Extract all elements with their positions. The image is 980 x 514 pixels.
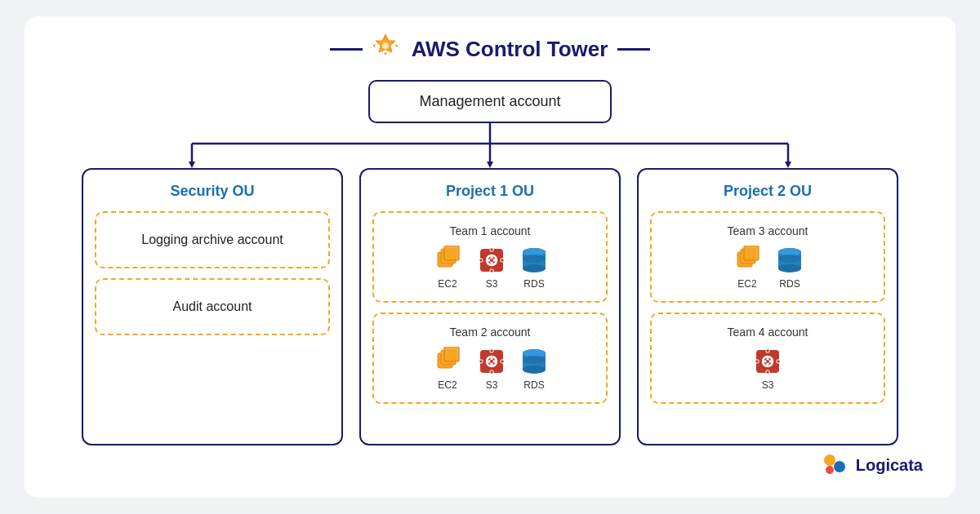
team3-account-box: Team 3 account EC2 [650,211,885,303]
main-container: AWS Control Tower Management account [24,16,956,498]
management-row: Management account [49,80,931,123]
svg-rect-51 [744,246,759,260]
svg-rect-24 [490,269,493,273]
aws-ct-icon [369,33,402,65]
title-right-lines [617,48,650,51]
svg-point-54 [778,264,801,273]
svg-point-22 [490,259,493,262]
logging-archive-account-box: Logging archive account [95,211,330,268]
team1-services-row: EC2 [382,246,598,290]
rds-label: RDS [523,278,544,290]
team3-rds-service: RDS [777,246,803,290]
team3-ec2-service: EC2 [733,246,762,290]
security-ou-title: Security OU [95,183,330,200]
management-account-box: Management account [368,80,611,123]
svg-point-61 [766,360,769,363]
project1-ou-box: Project 1 OU Team 1 account EC2 [359,168,621,445]
team2-s3-service: S3 [477,347,506,391]
team1-s3-service: S3 [477,246,506,290]
svg-marker-12 [487,162,493,168]
s3-label-2: S3 [486,379,498,391]
title-line-left [330,48,363,51]
team2-services-row: EC2 S [382,347,598,391]
team4-account-box: Team 4 account [650,312,885,404]
team1-account-box: Team 1 account EC2 [372,211,608,303]
rds-icon-3 [777,246,803,275]
svg-point-46 [523,366,546,374]
svg-marker-10 [189,162,195,168]
title-left-lines [330,33,402,65]
team3-account-label: Team 3 account [660,224,875,237]
team4-account-label: Team 4 account [660,326,875,339]
ec2-label-2: EC2 [438,379,457,391]
svg-rect-64 [755,360,759,363]
connector-area [49,123,931,168]
svg-rect-23 [490,248,493,251]
svg-rect-42 [479,360,483,363]
team1-rds-service: RDS [521,246,547,290]
svg-point-56 [778,255,801,263]
svg-point-39 [490,360,493,363]
team2-rds-service: RDS [521,347,547,391]
rds-icon-2 [521,347,547,376]
svg-point-66 [824,454,835,466]
team2-account-box: Team 2 account EC2 [372,312,608,404]
audit-account-box: Audit account [95,278,330,335]
svg-rect-17 [444,246,459,260]
svg-rect-63 [766,370,769,374]
svg-point-68 [826,466,834,474]
title-line-right [617,48,650,51]
project1-ou-title: Project 1 OU [372,183,608,200]
page-title: AWS Control Tower [412,37,608,62]
svg-rect-41 [490,370,493,374]
logicata-logo-icon [820,450,849,480]
project2-ou-box: Project 2 OU Team 3 account EC2 [637,168,898,445]
team4-s3-service: S3 [753,347,782,391]
svg-rect-25 [479,259,483,262]
svg-rect-43 [501,360,504,363]
team4-services-row: S3 [660,347,875,391]
s3-icon-2 [477,347,506,376]
s3-label: S3 [486,278,498,290]
team1-ec2-service: EC2 [433,246,462,290]
rds-label-2: RDS [523,379,544,391]
security-ou-box: Security OU Logging archive account Audi… [82,168,343,445]
svg-rect-34 [444,347,459,361]
ou-row: Security OU Logging archive account Audi… [49,168,931,445]
rds-label-3: RDS [779,278,800,290]
svg-rect-26 [501,259,504,262]
svg-rect-62 [766,349,769,352]
svg-point-48 [523,356,546,364]
logo-area: Logicata [820,450,923,480]
ec2-label-3: EC2 [737,278,756,290]
title-area: AWS Control Tower [49,33,931,65]
project2-ou-title: Project 2 OU [650,183,885,200]
svg-point-67 [834,461,845,472]
team3-services-row: EC2 RDS [660,246,875,290]
svg-marker-5 [372,44,376,47]
s3-icon [477,246,506,275]
svg-point-2 [382,42,389,49]
logging-archive-account-label: Logging archive account [105,224,320,255]
svg-point-31 [523,255,546,263]
ec2-icon [433,246,462,275]
team2-ec2-service: EC2 [433,347,462,391]
rds-icon [521,246,547,275]
svg-rect-40 [490,349,493,352]
connector-svg [49,123,931,168]
audit-account-label: Audit account [105,291,320,322]
svg-point-29 [523,264,546,273]
ec2-icon-3 [733,246,762,275]
svg-rect-65 [777,360,780,363]
svg-marker-4 [384,52,387,55]
team1-account-label: Team 1 account [382,224,598,237]
team2-account-label: Team 2 account [382,326,598,339]
management-account-label: Management account [419,93,560,109]
ec2-label: EC2 [438,278,457,290]
svg-marker-14 [785,162,791,168]
svg-marker-6 [395,44,399,47]
s3-icon-4 [753,347,782,376]
ec2-icon-2 [433,347,462,376]
logo-label: Logicata [856,456,923,475]
s3-label-4: S3 [762,379,774,391]
